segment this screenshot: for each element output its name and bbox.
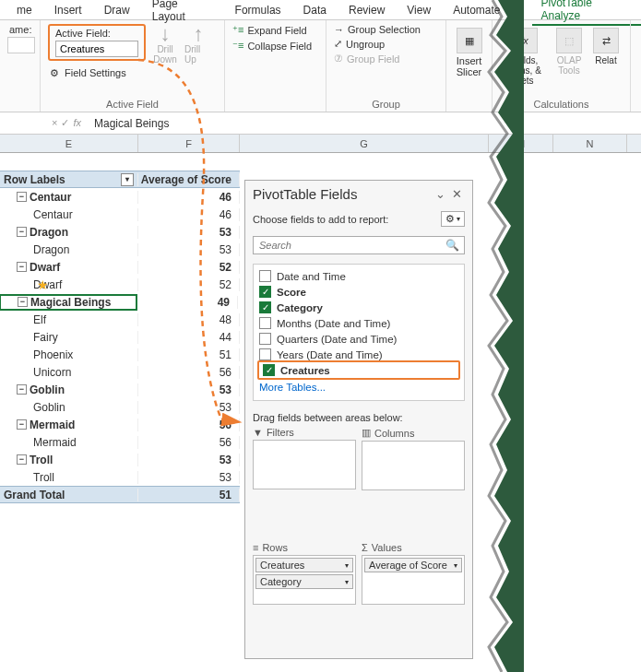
fields-items-sets-button[interactable]: fx Fields, Items, & Sets	[500, 24, 549, 89]
checkbox-icon[interactable]	[259, 270, 271, 282]
pivot-row[interactable]: −Dragon53	[0, 223, 240, 241]
pivot-value-cell[interactable]: 53	[138, 226, 240, 239]
pivot-row[interactable]: Dragon53	[0, 241, 240, 258]
values-item[interactable]: Average of Score▾	[364, 558, 462, 572]
pivot-label-cell[interactable]: Phoenix	[0, 348, 138, 361]
field-score[interactable]: ✓Score	[254, 284, 464, 300]
field-settings-button[interactable]: ⚙ Field Settings	[48, 66, 146, 79]
formula-text[interactable]: Magical Beings	[87, 117, 176, 130]
pivot-label-cell[interactable]: Goblin	[0, 401, 138, 414]
pivot-label-cell[interactable]: −Magical Beings	[0, 294, 137, 311]
pivottable-name-input[interactable]	[7, 37, 35, 53]
pivot-value-cell[interactable]: 52	[138, 278, 240, 291]
pivot-value-cell[interactable]: 53	[138, 243, 240, 256]
ribbon-tab-review[interactable]: Review	[339, 2, 394, 18]
checkbox-icon[interactable]: ✓	[263, 364, 275, 376]
pivot-value-cell[interactable]: 53	[138, 454, 240, 466]
row-labels-header[interactable]: Row Labels ▾	[0, 173, 138, 186]
columns-drop-zone[interactable]	[362, 441, 465, 490]
pivot-row[interactable]: Phoenix51	[0, 346, 240, 363]
pivot-value-cell[interactable]: 56	[138, 366, 240, 379]
pivot-label-cell[interactable]: Centaur	[0, 208, 138, 221]
collapse-icon[interactable]: −	[17, 262, 27, 272]
pivot-row[interactable]: −Dwarf52	[0, 258, 240, 276]
pivot-label-cell[interactable]: −Troll	[0, 454, 138, 466]
search-input[interactable]	[253, 236, 465, 254]
collapse-icon[interactable]: −	[17, 192, 27, 202]
ribbon-tab-insert[interactable]: Insert	[45, 2, 91, 18]
field-months-date-and-time-[interactable]: Months (Date and Time)	[254, 315, 464, 331]
pivot-label-cell[interactable]: −Dragon	[0, 226, 138, 239]
col-header-f[interactable]: F	[138, 135, 240, 152]
expand-field-button[interactable]: ⁺≡ Expand Field	[232, 24, 318, 36]
chevron-down-icon[interactable]: ▾	[345, 578, 349, 586]
pivot-label-cell[interactable]: Mermaid	[0, 436, 138, 449]
pivot-label-cell[interactable]: −Mermaid	[0, 419, 138, 431]
close-icon[interactable]: ✕	[448, 187, 465, 201]
collapse-field-button[interactable]: ⁻≡ Collapse Field	[232, 40, 318, 52]
checkbox-icon[interactable]: ✓	[259, 286, 271, 298]
pivot-label-cell[interactable]: Elf	[0, 313, 138, 326]
pivot-row[interactable]: Elf48	[0, 311, 240, 328]
collapse-icon[interactable]: −	[17, 384, 27, 395]
col-header-g[interactable]: G	[240, 135, 489, 152]
pivot-value-cell[interactable]: 49	[137, 296, 238, 309]
rows-item[interactable]: Creatures▾	[255, 558, 353, 572]
ribbon-tab-data[interactable]: Data	[294, 2, 336, 18]
value-header[interactable]: Average of Score	[138, 173, 240, 186]
col-header-e[interactable]: E	[0, 135, 138, 152]
ribbon-tab-view[interactable]: View	[398, 2, 440, 18]
pivot-row[interactable]: −Magical Beings49	[0, 293, 240, 311]
pivot-row[interactable]: −Centaur46	[0, 188, 240, 206]
grand-total-row[interactable]: Grand Total51	[0, 486, 240, 503]
checkbox-icon[interactable]: ✓	[259, 301, 271, 313]
field-category[interactable]: ✓Category	[254, 300, 464, 315]
insert-slicer-button[interactable]: ▦ Insert Slicer	[454, 24, 484, 81]
pivot-value-cell[interactable]: 51	[138, 348, 240, 361]
col-header-m[interactable]: M	[489, 135, 553, 152]
pivot-value-cell[interactable]: 44	[138, 331, 240, 344]
pane-settings-button[interactable]: ⚙ ▾	[441, 211, 465, 227]
pivot-label-cell[interactable]: Dragon	[0, 243, 138, 256]
pivot-value-cell[interactable]: 53	[138, 401, 240, 414]
pivot-row[interactable]: Fairy44	[0, 328, 240, 346]
chevron-down-icon[interactable]: ▾	[345, 561, 349, 570]
checkbox-icon[interactable]	[259, 348, 271, 360]
pivot-value-cell[interactable]: 53	[138, 471, 240, 484]
relationships-button[interactable]: ⇄ Relat	[589, 24, 623, 89]
collapse-icon[interactable]: −	[17, 454, 27, 465]
fx-icon[interactable]: fx	[73, 117, 81, 129]
group-selection-button[interactable]: → Group Selection	[334, 24, 438, 35]
field-date-and-time[interactable]: Date and Time	[254, 268, 464, 284]
pivot-row[interactable]: −Mermaid56	[0, 416, 240, 433]
ribbon-tab-draw[interactable]: Draw	[95, 2, 139, 18]
pivot-row[interactable]: Troll53	[0, 468, 240, 486]
rows-item[interactable]: Category▾	[255, 574, 353, 589]
pivot-value-cell[interactable]: 53	[138, 383, 240, 396]
pivot-row[interactable]: Centaur46	[0, 206, 240, 223]
pivot-label-cell[interactable]: Unicorn	[0, 366, 138, 379]
pivot-label-cell[interactable]: Troll	[0, 471, 138, 484]
active-field-input[interactable]	[55, 41, 138, 57]
field-creatures[interactable]: ✓Creatures	[257, 360, 460, 380]
ribbon-tab-formulas[interactable]: Formulas	[226, 2, 291, 18]
pivot-label-cell[interactable]: −Centaur	[0, 191, 138, 204]
pivot-row[interactable]: Dwarf★52	[0, 276, 240, 293]
pivot-label-cell[interactable]: −Goblin	[0, 383, 138, 396]
pivot-row[interactable]: Mermaid56	[0, 433, 240, 451]
ribbon-tab-automate[interactable]: Automate	[444, 2, 509, 18]
ribbon-tab-me[interactable]: me	[7, 2, 42, 18]
filter-dropdown-icon[interactable]: ▾	[121, 173, 134, 186]
enter-icon[interactable]: ✓	[61, 117, 69, 129]
pivot-label-cell[interactable]: Dwarf★	[0, 278, 138, 291]
search-icon[interactable]: 🔍	[445, 239, 459, 252]
collapse-icon[interactable]: −	[18, 297, 28, 307]
checkbox-icon[interactable]	[259, 317, 271, 329]
filters-drop-zone[interactable]	[253, 440, 356, 489]
more-tables-link[interactable]: More Tables...	[254, 378, 464, 396]
values-drop-zone[interactable]: Average of Score▾	[362, 555, 465, 605]
field-quarters-date-and-time-[interactable]: Quarters (Date and Time)	[254, 331, 464, 347]
chevron-down-icon[interactable]: ▾	[454, 561, 457, 570]
pivot-row[interactable]: −Goblin53	[0, 381, 240, 398]
pivot-value-cell[interactable]: 56	[138, 419, 240, 431]
